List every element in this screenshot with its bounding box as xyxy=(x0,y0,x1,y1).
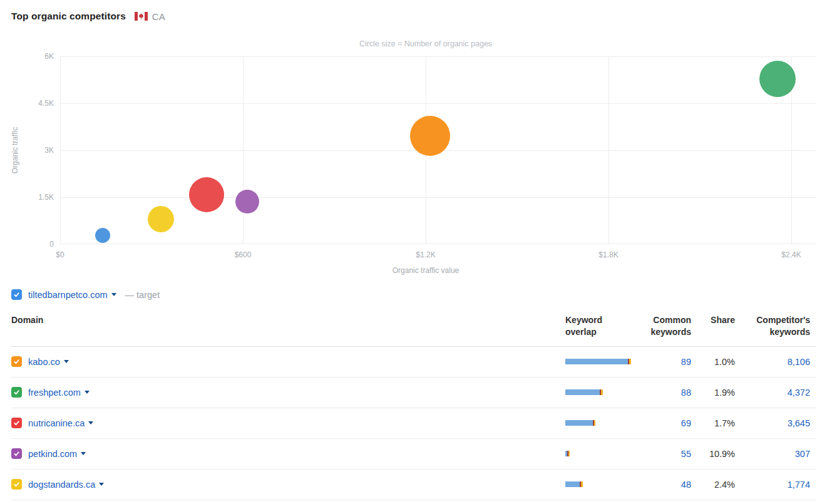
overlap-bar-segment-blue xyxy=(565,420,593,426)
x-axis-tick: $2.4K xyxy=(766,250,816,259)
domain-link[interactable]: freshpet.com xyxy=(28,388,81,398)
chevron-down-icon[interactable] xyxy=(81,452,86,455)
keyword-overlap-cell xyxy=(565,481,634,487)
overlap-bar xyxy=(565,451,634,456)
y-axis-tick: 3K xyxy=(0,146,54,155)
overlap-bar-segment-yellow xyxy=(629,359,631,364)
y-axis-tick: 4.5K xyxy=(0,99,54,108)
competitors-keywords-value[interactable]: 8,106 xyxy=(735,357,816,367)
chart-bubble[interactable] xyxy=(759,61,796,97)
row-checkbox[interactable] xyxy=(11,387,22,398)
domain-cell: kabo.co xyxy=(11,356,565,367)
target-domain-link[interactable]: tiltedbarnpetco.com xyxy=(28,290,108,300)
chart-subtitle: Circle size = Number of organic pages xyxy=(60,39,791,48)
overlap-bar xyxy=(565,389,634,395)
chart-bubble[interactable] xyxy=(95,228,110,243)
overlap-bar-segment-blue xyxy=(565,389,600,395)
chevron-down-icon[interactable] xyxy=(88,421,93,424)
share-value: 1.9% xyxy=(691,388,735,398)
overlap-bar-segment-blue xyxy=(565,359,628,364)
table-row: dogstandards.ca482.4%1,774 xyxy=(11,470,816,500)
gridline xyxy=(60,197,816,198)
competitors-keywords-value[interactable]: 3,645 xyxy=(735,418,816,428)
chart-bubble[interactable] xyxy=(148,206,174,232)
common-keywords-value[interactable]: 88 xyxy=(634,388,691,398)
x-axis-tick: $1.2K xyxy=(401,250,451,259)
overlap-bar-segment-yellow xyxy=(594,420,595,426)
share-value: 1.7% xyxy=(691,418,735,428)
bubble-chart: Circle size = Number of organic pages Or… xyxy=(0,22,827,281)
table-row: petkind.com5510.9%307 xyxy=(11,439,816,470)
chart-bubble[interactable] xyxy=(410,116,450,156)
competitors-keywords-value[interactable]: 1,774 xyxy=(735,480,816,490)
chart-legend: tiltedbarnpetco.com — target xyxy=(11,289,827,300)
competitors-keywords-value[interactable]: 4,372 xyxy=(735,388,816,398)
row-checkbox[interactable] xyxy=(11,448,22,459)
keyword-overlap-cell xyxy=(565,389,634,395)
column-header-competitors-keywords: Competitor's keywords xyxy=(735,314,816,338)
competitors-table: Domain Keyword overlap Common keywords S… xyxy=(11,314,816,500)
overlap-bar xyxy=(565,359,634,364)
overlap-bar-segment-yellow xyxy=(568,451,570,456)
column-header-domain: Domain xyxy=(11,314,565,326)
domain-cell: freshpet.com xyxy=(11,387,565,398)
gridline xyxy=(60,244,816,244)
competitors-keywords-value[interactable]: 307 xyxy=(735,449,816,459)
overlap-bar xyxy=(565,481,634,487)
keyword-overlap-cell xyxy=(565,451,634,456)
table-row: freshpet.com881.9%4,372 xyxy=(11,378,816,408)
share-value: 2.4% xyxy=(691,480,735,490)
report-header: Top organic competitors CA xyxy=(0,0,827,22)
y-axis-tick: 1.5K xyxy=(0,193,54,202)
table-row: nutricanine.ca691.7%3,645 xyxy=(11,408,816,439)
row-checkbox[interactable] xyxy=(11,356,22,367)
table-header-row: Domain Keyword overlap Common keywords S… xyxy=(11,314,816,347)
gridline xyxy=(60,56,816,57)
canada-flag-icon xyxy=(135,12,148,21)
domain-link[interactable]: nutricanine.ca xyxy=(28,418,85,428)
chevron-down-icon[interactable] xyxy=(111,293,116,296)
chart-bubble[interactable] xyxy=(235,190,259,213)
keyword-overlap-cell xyxy=(565,359,634,364)
domain-cell: petkind.com xyxy=(11,448,565,459)
chevron-down-icon[interactable] xyxy=(64,360,69,363)
y-axis-tick: 6K xyxy=(0,52,54,61)
overlap-bar-segment-yellow xyxy=(581,481,583,487)
share-value: 10.9% xyxy=(691,449,735,459)
y-axis-tick: 0 xyxy=(0,240,54,249)
domain-link[interactable]: kabo.co xyxy=(28,357,60,367)
x-axis-tick: $0 xyxy=(35,250,85,259)
common-keywords-value[interactable]: 55 xyxy=(634,449,691,459)
row-checkbox[interactable] xyxy=(11,418,22,428)
domain-link[interactable]: petkind.com xyxy=(28,449,77,459)
overlap-bar-segment-blue xyxy=(565,481,580,487)
row-checkbox[interactable] xyxy=(11,479,22,490)
x-axis-tick: $600 xyxy=(218,250,268,259)
page-title: Top organic competitors xyxy=(11,11,126,22)
common-keywords-value[interactable]: 48 xyxy=(634,480,691,490)
table-row: kabo.co891.0%8,106 xyxy=(11,347,816,378)
overlap-bar-segment-yellow xyxy=(601,389,603,395)
country-code: CA xyxy=(152,11,165,22)
share-value: 1.0% xyxy=(691,357,735,367)
target-checkbox[interactable] xyxy=(11,289,22,300)
chevron-down-icon[interactable] xyxy=(85,391,90,394)
column-header-keyword-overlap: Keyword overlap xyxy=(565,314,613,338)
domain-cell: nutricanine.ca xyxy=(11,418,565,428)
common-keywords-value[interactable]: 69 xyxy=(634,418,691,428)
keyword-overlap-cell xyxy=(565,420,634,426)
domain-cell: dogstandards.ca xyxy=(11,479,565,490)
x-axis-tick: $1.8K xyxy=(583,250,634,259)
x-axis-title: Organic traffic value xyxy=(60,266,791,275)
domain-link[interactable]: dogstandards.ca xyxy=(28,480,95,490)
chart-plot-area xyxy=(60,56,816,244)
chart-bubble[interactable] xyxy=(189,177,224,212)
target-note: — target xyxy=(125,290,160,300)
chevron-down-icon[interactable] xyxy=(99,483,104,486)
common-keywords-value[interactable]: 89 xyxy=(634,357,691,367)
gridline xyxy=(60,103,816,104)
overlap-bar xyxy=(565,420,634,426)
column-header-share: Share xyxy=(691,314,735,326)
column-header-common-keywords: Common keywords xyxy=(634,314,691,338)
